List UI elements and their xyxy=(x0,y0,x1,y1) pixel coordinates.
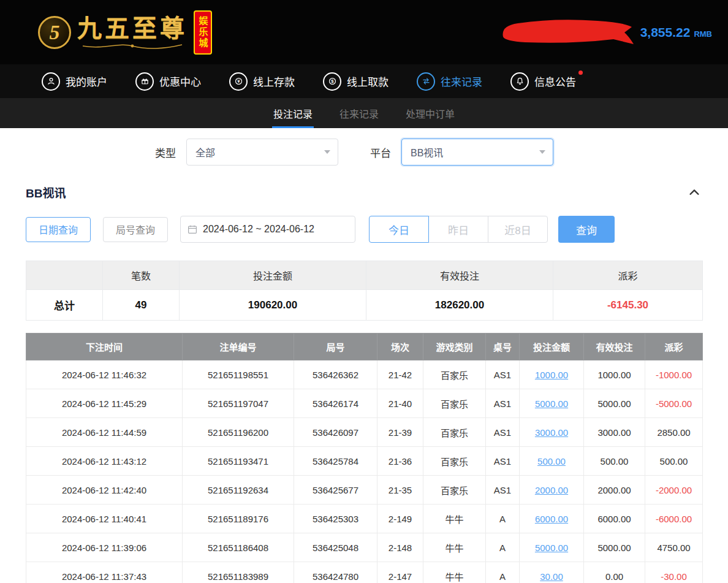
header-round-no: 局号 xyxy=(294,333,377,360)
nav-item-transaction-records[interactable]: 往来记录 xyxy=(417,72,482,91)
cell-game-type: 百家乐 xyxy=(423,476,486,505)
table-row: 2024-06-12 11:44:59 521651196200 5364260… xyxy=(26,418,703,447)
tab-bet-records[interactable]: 投注记录 xyxy=(272,98,314,128)
cell-bet-amount-link[interactable]: 5000.00 xyxy=(520,533,584,562)
cell-payout: -2000.00 xyxy=(645,476,703,505)
cell-game-type: 百家乐 xyxy=(423,389,486,418)
nav-item-my-account[interactable]: 我的账户 xyxy=(42,72,107,91)
nav-item-deposit[interactable]: ¥ 线上存款 xyxy=(229,72,295,91)
page: 5 九五至尊 娱乐城 3,855.22 RMB xyxy=(0,0,728,583)
cell-payout: 4750.00 xyxy=(645,533,703,562)
header-game-type: 游戏类别 xyxy=(423,333,486,360)
cell-valid-bet: 5000.00 xyxy=(584,389,645,418)
account-balance: 3,855.22 RMB xyxy=(640,25,712,40)
cell-bet-amount-link[interactable]: 1000.00 xyxy=(520,360,584,389)
cell-bet-time: 2024-06-12 11:40:41 xyxy=(26,505,183,533)
platform-select[interactable]: BB视讯 xyxy=(401,139,553,166)
cell-bet-time: 2024-06-12 11:37:43 xyxy=(26,562,183,583)
cell-game-type: 牛牛 xyxy=(423,505,486,533)
cell-game-type: 百家乐 xyxy=(423,360,486,389)
cell-table-no: AS1 xyxy=(486,389,520,418)
nav-item-withdraw[interactable]: $ 线上取款 xyxy=(323,72,389,91)
header-bet-time: 下注时间 xyxy=(26,333,183,360)
nav-item-promotions[interactable]: 优惠中心 xyxy=(135,72,201,91)
quick-date-group: 今日 昨日 近8日 xyxy=(369,216,548,243)
date-range-value: 2024-06-12 ~ 2024-06-12 xyxy=(203,224,314,235)
round-query-button[interactable]: 局号查询 xyxy=(103,217,168,242)
nav-item-label: 线上取款 xyxy=(347,74,389,89)
cell-bet-time: 2024-06-12 11:44:59 xyxy=(26,418,183,447)
today-button[interactable]: 今日 xyxy=(369,216,429,243)
cell-bet-amount-link[interactable]: 5000.00 xyxy=(520,389,584,418)
collapse-section-button[interactable] xyxy=(688,186,701,199)
cell-round-no: 536426097 xyxy=(294,418,377,447)
balance-amount: 3,855.22 xyxy=(640,25,691,40)
cell-round-no: 536425048 xyxy=(294,533,377,562)
yesterday-button[interactable]: 昨日 xyxy=(428,216,488,243)
cell-bet-amount-link[interactable]: 6000.00 xyxy=(520,505,584,533)
cell-bet-amount-link[interactable]: 30.00 xyxy=(520,562,584,583)
cell-table-no: A xyxy=(486,505,520,533)
summary-valid-bet-value: 182620.00 xyxy=(366,290,553,321)
tab-processing-orders[interactable]: 处理中订单 xyxy=(404,98,456,128)
cell-table-no: A xyxy=(486,533,520,562)
table-row: 2024-06-12 11:40:41 521651189176 5364253… xyxy=(26,505,703,533)
cell-order-no: 521651193471 xyxy=(183,447,294,476)
tab-transaction-records[interactable]: 往来记录 xyxy=(338,98,380,128)
cell-payout: -30.00 xyxy=(645,562,703,583)
cell-bet-time: 2024-06-12 11:42:40 xyxy=(26,476,183,505)
search-button[interactable]: 查询 xyxy=(558,216,615,243)
cell-bet-amount-link[interactable]: 2000.00 xyxy=(520,476,584,505)
cell-table-no: AS1 xyxy=(486,476,520,505)
cell-round-no: 536426362 xyxy=(294,360,377,389)
main-nav: 我的账户 优惠中心 ¥ 线上存款 $ 线上取款 往来记录 xyxy=(0,64,728,98)
chevron-down-icon xyxy=(324,150,330,154)
nav-item-label: 线上存款 xyxy=(253,74,295,89)
summary-header-payout: 派彩 xyxy=(553,261,703,290)
cell-bet-amount-link[interactable]: 3000.00 xyxy=(520,418,584,447)
summary-header-valid-bet: 有效投注 xyxy=(366,261,553,290)
chevron-up-icon xyxy=(688,186,701,199)
date-query-button[interactable]: 日期查询 xyxy=(26,217,91,242)
cell-valid-bet: 6000.00 xyxy=(584,505,645,533)
cell-round-no: 536425784 xyxy=(294,447,377,476)
cell-session: 2-147 xyxy=(377,562,423,583)
nav-item-label: 优惠中心 xyxy=(159,74,201,89)
table-row: 2024-06-12 11:46:32 521651198551 5364263… xyxy=(26,360,703,389)
table-row: 2024-06-12 11:45:29 521651197047 5364261… xyxy=(26,389,703,418)
type-select[interactable]: 全部 xyxy=(186,139,338,166)
summary-table: 笔数 投注金额 有效投注 派彩 总计 49 190620.00 182620.0… xyxy=(26,261,703,321)
site-logo[interactable]: 5 九五至尊 娱乐城 xyxy=(38,10,212,55)
cell-bet-time: 2024-06-12 11:39:06 xyxy=(26,533,183,562)
cell-valid-bet: 1000.00 xyxy=(584,360,645,389)
top-header: 5 九五至尊 娱乐城 3,855.22 RMB xyxy=(0,0,728,64)
bet-table-body: 2024-06-12 11:46:32 521651198551 5364263… xyxy=(26,360,703,583)
cell-bet-amount-link[interactable]: 500.00 xyxy=(520,447,584,476)
nav-item-announcements[interactable]: 信息公告 xyxy=(510,72,576,91)
header-payout: 派彩 xyxy=(645,333,703,360)
withdraw-coin-icon: $ xyxy=(323,72,341,91)
cell-order-no: 521651192634 xyxy=(183,476,294,505)
site-title: 九五至尊 xyxy=(77,15,188,41)
cell-order-no: 521651189176 xyxy=(183,505,294,533)
nav-item-label: 往来记录 xyxy=(441,74,482,89)
cell-order-no: 521651186408 xyxy=(183,533,294,562)
header-valid-bet: 有效投注 xyxy=(584,333,645,360)
cell-game-type: 百家乐 xyxy=(423,447,486,476)
cell-game-type: 百家乐 xyxy=(423,418,486,447)
chevron-down-icon xyxy=(539,150,545,154)
user-icon xyxy=(42,72,60,91)
cell-order-no: 521651197047 xyxy=(183,389,294,418)
cell-session: 21-40 xyxy=(377,389,423,418)
cell-table-no: AS1 xyxy=(486,447,520,476)
cell-session: 21-35 xyxy=(377,476,423,505)
table-row: 2024-06-12 11:37:43 521651183989 5364247… xyxy=(26,562,703,583)
header-order-no: 注单编号 xyxy=(183,333,294,360)
last-8-days-button[interactable]: 近8日 xyxy=(488,216,548,243)
cell-payout: 500.00 xyxy=(645,447,703,476)
bet-table-header-row: 下注时间 注单编号 局号 场次 游戏类别 桌号 投注金额 有效投注 派彩 xyxy=(26,333,703,360)
date-range-input[interactable]: 2024-06-12 ~ 2024-06-12 xyxy=(180,216,355,243)
cell-valid-bet: 5000.00 xyxy=(584,533,645,562)
balance-currency: RMB xyxy=(694,29,712,39)
tab-label: 往来记录 xyxy=(339,106,379,121)
